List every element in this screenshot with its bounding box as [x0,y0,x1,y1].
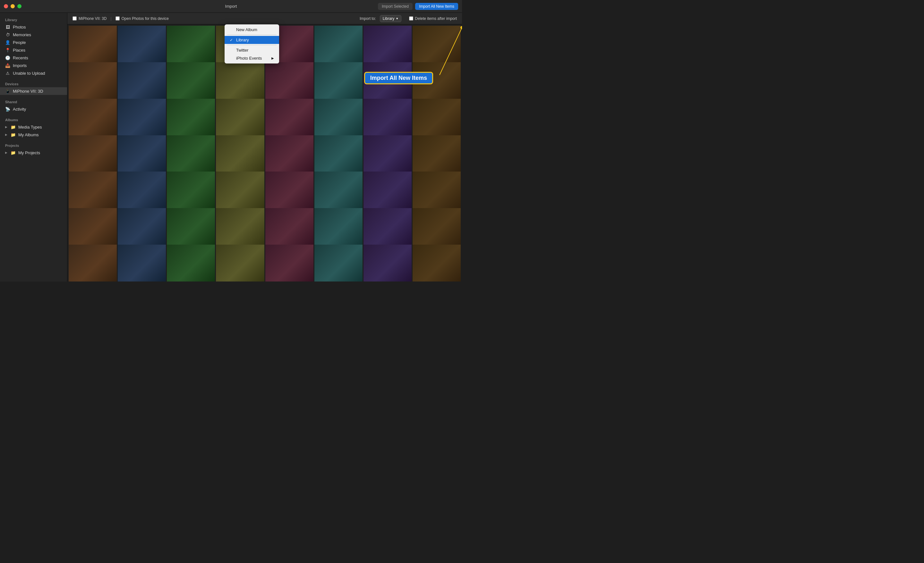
separator: | [110,16,111,21]
content-area: MiPhone VII: 3D | Open Photos for this d… [68,13,462,282]
device-select-checkbox[interactable]: MiPhone VII: 3D [72,16,106,21]
minimize-button[interactable] [10,4,15,8]
my-projects-icon: 📁 [10,150,16,155]
sidebar-item-my-projects[interactable]: ▶ 📁 My Projects [0,149,67,156]
photo-thumbnail[interactable] [167,245,215,282]
expand-arrow-my-projects: ▶ [5,151,8,154]
photo-thumbnail[interactable] [363,245,412,282]
dropdown-label-new-album: New Album [236,27,257,32]
dropdown-label-twitter: Twitter [236,48,248,52]
sidebar-label-my-albums: My Albums [18,132,39,137]
device-icon: 📱 [5,88,10,94]
dropdown-chevron-icon: ▼ [396,17,399,20]
window-title: Import [225,4,237,9]
titlebar: Import Import Selected Import All New It… [0,0,462,13]
photo-thumbnail[interactable] [69,245,117,282]
photo-thumbnail[interactable] [216,245,264,282]
sidebar-item-unable-upload[interactable]: ⚠ Unable to Upload [0,69,67,77]
maximize-button[interactable] [17,4,21,8]
device-checkbox-label: MiPhone VII: 3D [79,16,106,21]
open-photos-input[interactable] [116,16,120,21]
delete-checkbox-label: Delete items after import [415,16,457,21]
dropdown-item-twitter[interactable]: Twitter [225,46,279,54]
sidebar-item-activity[interactable]: 📡 Activity [0,105,67,113]
check-empty-twitter [230,48,234,52]
sidebar-item-my-albums[interactable]: ▶ 📁 My Albums [0,131,67,139]
section-albums-header: Albums [0,115,67,123]
section-devices-header: Devices [0,79,67,87]
traffic-lights [4,4,21,8]
photo-thumbnail[interactable] [412,245,461,282]
titlebar-actions: Import Selected Import All New Items [378,3,458,10]
section-shared-header: Shared [0,97,67,105]
section-projects-header: Projects [0,141,67,149]
sidebar: Library 🖼 Photos ⏱ Memories 👤 People 📍 P… [0,13,68,282]
sidebar-item-people[interactable]: 👤 People [0,39,67,46]
delete-checkbox-input[interactable] [409,16,413,21]
expand-arrow-media-types: ▶ [5,125,8,129]
dropdown-item-new-album[interactable]: New Album [225,25,279,34]
sidebar-item-miphone[interactable]: 📱 MiPhone VII: 3D [0,87,67,95]
import-to-value: Library [383,16,394,21]
dropdown-label-library: Library [236,37,249,42]
media-types-icon: 📁 [10,124,16,130]
photo-thumbnail[interactable] [118,245,166,282]
expand-arrow-my-albums: ▶ [5,133,8,136]
sidebar-item-memories[interactable]: ⏱ Memories [0,31,67,39]
dropdown-label-iphoto: iPhoto Events [236,56,262,61]
activity-icon: 📡 [5,106,10,112]
submenu-arrow-icon: ▶ [272,57,274,60]
sidebar-label-media-types: Media Types [18,125,42,130]
sidebar-item-photos[interactable]: 🖼 Photos [0,23,67,31]
sidebar-item-recents[interactable]: 🕐 Recents [0,54,67,61]
sidebar-label-places: Places [13,48,26,52]
sidebar-label-photos: Photos [13,25,26,30]
check-empty-iphoto [230,56,234,61]
section-library-header: Library [0,15,67,23]
sidebar-item-media-types[interactable]: ▶ 📁 Media Types [0,123,67,131]
app-body: Library 🖼 Photos ⏱ Memories 👤 People 📍 P… [0,13,462,282]
memories-icon: ⏱ [5,32,10,37]
photo-thumbnail[interactable] [314,245,363,282]
recents-icon: 🕐 [5,55,10,60]
sidebar-label-people: People [13,40,26,45]
dropdown-divider-2 [227,45,276,45]
dropdown-divider [227,34,276,35]
photo-thumbnail[interactable] [266,245,314,282]
check-empty [230,28,234,32]
people-icon: 👤 [5,40,10,45]
sidebar-label-recents: Recents [13,55,28,60]
sidebar-label-miphone: MiPhone VII: 3D [13,89,44,94]
device-checkbox-input[interactable] [72,16,76,21]
unable-upload-icon: ⚠ [5,70,10,76]
sidebar-label-my-projects: My Projects [18,150,40,155]
my-albums-icon: 📁 [10,132,16,137]
import-all-new-button[interactable]: Import All New Items [415,3,458,10]
sidebar-label-memories: Memories [13,32,31,37]
check-mark-library: ✓ [230,38,234,42]
close-button[interactable] [4,4,8,8]
import-bar: MiPhone VII: 3D | Open Photos for this d… [68,13,462,24]
sidebar-label-imports: Imports [13,63,27,68]
sidebar-label-unable-upload: Unable to Upload [13,71,45,76]
import-selected-button[interactable]: Import Selected [378,3,412,10]
photos-icon: 🖼 [5,24,10,30]
dropdown-item-library[interactable]: ✓ Library [225,36,279,44]
imports-icon: 📥 [5,63,10,68]
sidebar-item-places[interactable]: 📍 Places [0,46,67,54]
import-to-label: Import to: [360,16,376,21]
sidebar-label-activity: Activity [13,107,26,112]
open-photos-checkbox[interactable]: Open Photos for this device [116,16,169,21]
sidebar-item-imports[interactable]: 📥 Imports [0,61,67,69]
import-to-dropdown[interactable]: Library ▼ [380,15,402,22]
dropdown-item-iphoto-events[interactable]: iPhoto Events ▶ [225,54,279,62]
import-to-menu[interactable]: New Album ✓ Library Twitter iPhoto Event… [225,24,279,63]
open-photos-label: Open Photos for this device [122,16,169,21]
places-icon: 📍 [5,48,10,52]
delete-after-import-checkbox[interactable]: Delete items after import [409,16,457,21]
